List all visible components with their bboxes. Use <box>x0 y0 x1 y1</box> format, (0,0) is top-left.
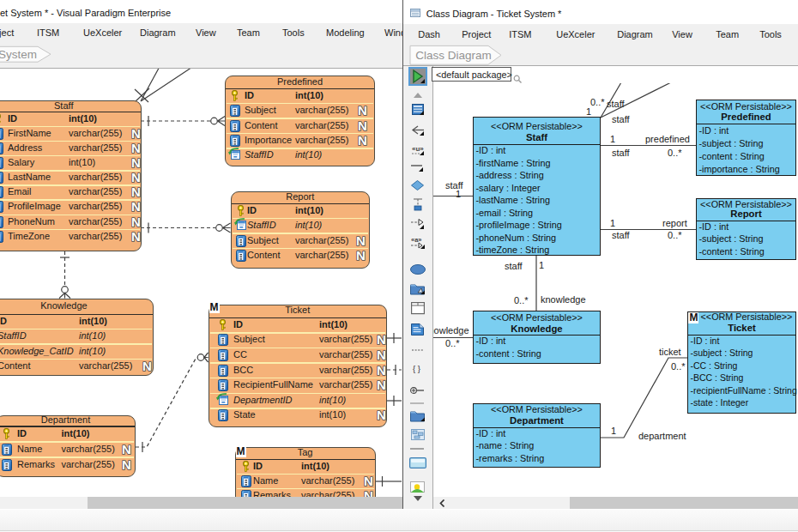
svg-text:N: N <box>131 170 141 184</box>
svg-text:N: N <box>142 359 152 372</box>
svg-text:N: N <box>131 141 141 154</box>
svg-text:N: N <box>356 233 366 247</box>
svg-text:N: N <box>131 199 141 213</box>
svg-text:N: N <box>356 248 366 262</box>
svg-text:N: N <box>131 155 141 169</box>
svg-text:N: N <box>377 332 386 346</box>
svg-text:N: N <box>131 215 141 228</box>
svg-text:N: N <box>122 442 131 456</box>
svg-text:N: N <box>377 378 386 391</box>
svg-text:N: N <box>377 348 386 361</box>
svg-text:{ }: { } <box>413 364 420 373</box>
svg-text:N: N <box>122 457 131 471</box>
svg-text:N: N <box>358 103 367 117</box>
svg-text:N: N <box>131 126 141 140</box>
svg-text:N: N <box>377 408 386 421</box>
svg-text:N: N <box>364 488 373 497</box>
svg-text:N: N <box>364 474 373 487</box>
svg-text:«a»: «a» <box>411 237 422 244</box>
svg-text:N: N <box>358 118 367 132</box>
svg-text:«u»: «u» <box>412 145 424 153</box>
svg-text:N: N <box>131 184 141 198</box>
svg-text:N: N <box>131 229 141 243</box>
svg-text:N: N <box>377 363 386 377</box>
svg-text:N: N <box>358 133 367 147</box>
